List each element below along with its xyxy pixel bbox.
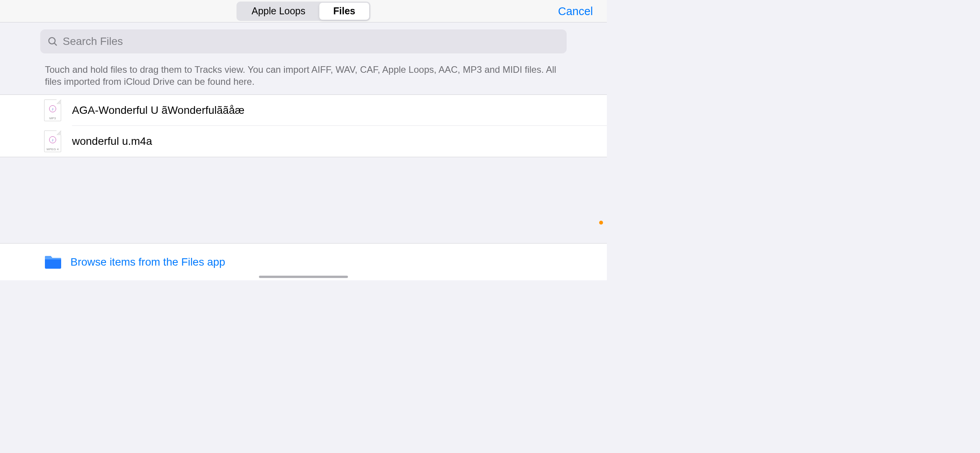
segmented-control: Apple Loops Files	[236, 2, 370, 21]
file-row[interactable]: ♪ MP3 AGA-Wonderful U ãWonderfulããåæ	[0, 95, 607, 126]
audio-file-icon: ♪ MP3	[44, 100, 61, 121]
file-text-wrap: AGA-Wonderful U ãWonderfulããåæ	[72, 95, 607, 126]
tab-files[interactable]: Files	[319, 3, 369, 20]
tab-apple-loops[interactable]: Apple Loops	[238, 3, 319, 20]
search-icon	[47, 36, 58, 47]
file-type-label: MPEG 4	[45, 148, 61, 151]
browse-files-label: Browse items from the Files app	[70, 256, 225, 268]
file-row[interactable]: ♪ MPEG 4 wonderful u.m4a	[0, 126, 607, 157]
search-input[interactable]	[63, 35, 560, 48]
file-type-label: MP3	[45, 117, 61, 120]
folder-icon	[44, 255, 62, 269]
file-list: ♪ MP3 AGA-Wonderful U ãWonderfulããåæ ♪ M…	[0, 94, 607, 157]
svg-line-1	[55, 43, 57, 46]
help-text: Touch and hold files to drag them to Tra…	[40, 63, 567, 94]
file-name: AGA-Wonderful U ãWonderfulããåæ	[72, 104, 245, 117]
cancel-button[interactable]: Cancel	[558, 5, 593, 17]
header-bar: Apple Loops Files Cancel	[0, 0, 607, 22]
file-name: wonderful u.m4a	[72, 135, 152, 148]
search-field[interactable]	[40, 29, 567, 53]
recording-indicator-icon	[599, 221, 603, 225]
footer-bar[interactable]: Browse items from the Files app	[0, 243, 607, 280]
svg-point-0	[49, 38, 55, 44]
content-area: Touch and hold files to drag them to Tra…	[0, 29, 607, 94]
home-indicator[interactable]	[259, 276, 348, 278]
audio-file-icon: ♪ MPEG 4	[44, 130, 61, 152]
search-container	[40, 29, 567, 53]
file-text-wrap: wonderful u.m4a	[72, 126, 607, 157]
